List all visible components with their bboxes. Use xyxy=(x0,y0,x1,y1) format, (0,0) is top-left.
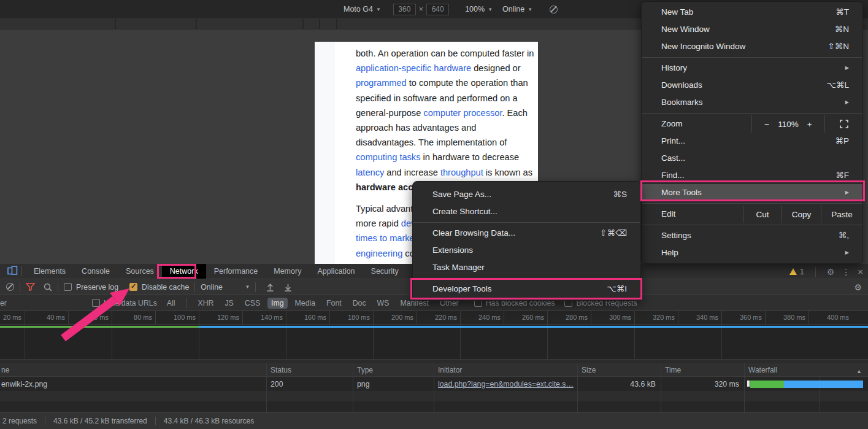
menu-item-label: Task Manager xyxy=(432,259,627,276)
menu-item-clear-browsing-data[interactable]: Clear Browsing Data...⇧⌘⌫ xyxy=(413,225,640,242)
menu-item-settings[interactable]: Settings⌘, xyxy=(642,227,862,244)
menu-item-label: Downloads xyxy=(661,77,814,94)
viewport-height-input[interactable]: 640 xyxy=(426,4,449,15)
article-paragraph: both. An operation can be computed faste… xyxy=(356,46,534,195)
article-link[interactable]: application-specific hardware xyxy=(356,63,471,73)
filter-all[interactable]: All xyxy=(163,298,179,309)
menu-item-save-page-as[interactable]: Save Page As...⌘S xyxy=(413,186,640,203)
menu-item-bookmarks[interactable]: Bookmarks▶ xyxy=(642,94,862,111)
column-divider[interactable] xyxy=(266,363,267,412)
column-waterfall[interactable]: Waterfall ▲ xyxy=(744,366,868,374)
filter-css[interactable]: CSS xyxy=(241,298,264,309)
menu-item-help[interactable]: Help▶ xyxy=(642,244,862,261)
filter-js[interactable]: JS xyxy=(221,298,237,309)
column-name[interactable]: ne xyxy=(0,366,266,374)
filter-ws[interactable]: WS xyxy=(374,298,393,309)
menu-item-extensions[interactable]: Extensions xyxy=(413,242,640,259)
paste-button[interactable]: Paste xyxy=(821,206,862,223)
tab-elements[interactable]: Elements xyxy=(26,264,74,279)
menu-item-new-incognito-window[interactable]: New Incognito Window⇧⌘N xyxy=(642,38,862,55)
column-status[interactable]: Status xyxy=(266,366,353,374)
no-throttling-icon[interactable] xyxy=(550,6,558,14)
initiator-link[interactable]: load.php?lang=en&modules=ext.cite.s… xyxy=(438,380,574,388)
menu-item-find[interactable]: Find...⌘F xyxy=(642,167,862,184)
column-divider[interactable] xyxy=(353,363,353,412)
column-divider[interactable] xyxy=(661,363,661,412)
divider xyxy=(413,222,640,223)
menu-item-task-manager[interactable]: Task Manager xyxy=(413,259,640,276)
column-type[interactable]: Type xyxy=(353,366,434,374)
network-overview[interactable] xyxy=(0,325,868,360)
menu-item-new-tab[interactable]: New Tab⌘T xyxy=(642,4,862,21)
close-icon[interactable]: × xyxy=(858,266,863,277)
tab-performance[interactable]: Performance xyxy=(206,264,266,279)
tab-sources[interactable]: Sources xyxy=(118,264,162,279)
column-divider[interactable] xyxy=(744,363,745,412)
filter-font[interactable]: Font xyxy=(323,298,345,309)
menu-item-create-shortcut[interactable]: Create Shortcut... xyxy=(413,203,640,220)
filter-img[interactable]: Img xyxy=(267,298,288,309)
divider xyxy=(642,225,862,225)
column-divider[interactable] xyxy=(434,363,434,412)
throttling-select[interactable]: Online ▼ xyxy=(502,5,532,14)
article-link[interactable]: times to market xyxy=(356,233,417,243)
column-size[interactable]: Size xyxy=(577,366,661,374)
cut-button[interactable]: Cut xyxy=(743,206,782,223)
menu-item-shortcut: ⌥⌘I xyxy=(607,280,627,298)
menu-item-history[interactable]: History▶ xyxy=(642,60,862,77)
menu-item-label: Help xyxy=(661,244,845,261)
column-waterfall-label: Waterfall xyxy=(748,366,777,374)
filter-xhr[interactable]: XHR xyxy=(194,298,217,309)
column-time[interactable]: Time xyxy=(661,366,744,374)
disable-cache-checkbox[interactable]: Disable cache xyxy=(129,283,189,292)
tab-network[interactable]: Network xyxy=(162,264,206,279)
kebab-menu-icon[interactable]: ⋮ xyxy=(842,267,850,277)
copy-button[interactable]: Copy xyxy=(782,206,821,223)
tab-console[interactable]: Console xyxy=(74,264,118,279)
menu-item-shortcut: ⌘F xyxy=(835,167,849,184)
divider xyxy=(20,282,20,292)
menu-item-shortcut: ⌘S xyxy=(613,186,627,203)
zoom-out-button[interactable]: − xyxy=(764,120,769,129)
column-divider[interactable] xyxy=(577,363,578,412)
filter-funnel-icon[interactable] xyxy=(26,283,35,291)
menu-item-cast[interactable]: Cast... xyxy=(642,150,862,167)
device-toolbar-toggle-icon[interactable] xyxy=(7,266,18,277)
column-initiator[interactable]: Initiator xyxy=(434,366,577,374)
article-link[interactable]: latency xyxy=(356,168,384,177)
menu-item-print[interactable]: Print...⌘P xyxy=(642,133,862,150)
filter-doc[interactable]: Doc xyxy=(349,298,370,309)
article-link[interactable]: throughput xyxy=(440,168,483,177)
tab-memory[interactable]: Memory xyxy=(266,264,309,279)
gear-icon[interactable]: ⚙ xyxy=(827,267,835,277)
zoom-label: Zoom xyxy=(642,115,751,133)
menu-item-shortcut: ⌥⌘L xyxy=(826,77,849,94)
article-link[interactable]: programmed xyxy=(356,78,407,88)
article-link[interactable]: engineering xyxy=(356,249,402,258)
warning-counter[interactable]: 1 xyxy=(789,268,804,276)
search-icon[interactable] xyxy=(44,283,52,292)
text: and increase xyxy=(384,168,440,177)
article-link[interactable]: computer processor xyxy=(423,108,502,118)
menu-item-more-tools[interactable]: More Tools▶ xyxy=(642,184,862,201)
hide-data-urls-checkbox[interactable] xyxy=(92,299,100,307)
clear-network-log-icon[interactable] xyxy=(6,283,14,291)
export-har-icon[interactable] xyxy=(284,283,292,292)
article-link[interactable]: computing tasks xyxy=(356,152,420,162)
throttling-dropdown[interactable]: Online ▼ xyxy=(201,283,250,292)
filter-media[interactable]: Media xyxy=(291,298,320,309)
menu-item-downloads[interactable]: Downloads⌥⌘L xyxy=(642,77,862,94)
filter-input[interactable]: er xyxy=(0,299,92,307)
zoom-in-button[interactable]: + xyxy=(807,120,812,129)
gear-icon[interactable]: ⚙ xyxy=(854,282,862,292)
device-select[interactable]: Moto G4 ▼ xyxy=(344,5,381,14)
preserve-log-checkbox[interactable]: Preserve log xyxy=(64,283,118,292)
zoom-select[interactable]: 100% ▼ xyxy=(465,5,493,14)
tab-security[interactable]: Security xyxy=(363,264,407,279)
viewport-width-input[interactable]: 360 xyxy=(393,4,416,15)
tab-application[interactable]: Application xyxy=(309,264,363,279)
fullscreen-button[interactable] xyxy=(824,115,862,133)
menu-item-new-window[interactable]: New Window⌘N xyxy=(642,21,862,38)
menu-item-developer-tools[interactable]: Developer Tools⌥⌘I xyxy=(413,280,640,298)
import-har-icon[interactable] xyxy=(266,283,274,292)
